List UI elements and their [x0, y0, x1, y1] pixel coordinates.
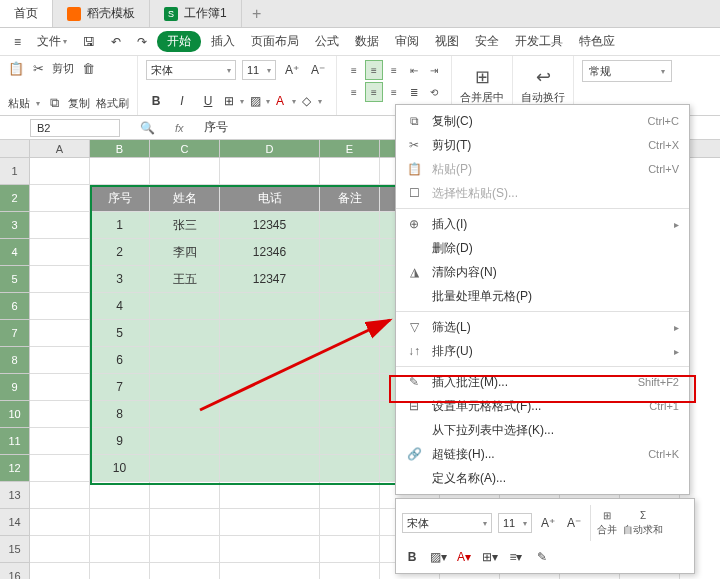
- cm-cut[interactable]: ✂剪切(T)Ctrl+X: [396, 133, 689, 157]
- cell[interactable]: [220, 374, 320, 401]
- mini-merge-button[interactable]: ⊞合并: [597, 510, 617, 537]
- menu-review[interactable]: 审阅: [389, 31, 425, 52]
- cell[interactable]: 2: [90, 239, 150, 266]
- cm-sort[interactable]: ↓↑排序(U)▸: [396, 339, 689, 363]
- mini-bold[interactable]: B: [402, 547, 422, 567]
- row-header[interactable]: 2: [0, 185, 30, 212]
- menu-devtools[interactable]: 开发工具: [509, 31, 569, 52]
- col-header-D[interactable]: D: [220, 140, 320, 157]
- cell[interactable]: [320, 455, 380, 482]
- format-painter-label[interactable]: 格式刷: [96, 96, 129, 111]
- cell[interactable]: [320, 266, 380, 293]
- cell[interactable]: 序号: [90, 185, 150, 212]
- cell[interactable]: 5: [90, 320, 150, 347]
- cell[interactable]: 8: [90, 401, 150, 428]
- cm-comment[interactable]: ✎插入批注(M)...Shift+F2: [396, 370, 689, 394]
- bold-button[interactable]: B: [146, 91, 166, 111]
- mini-increase-font[interactable]: A⁺: [538, 513, 558, 533]
- cell[interactable]: [150, 374, 220, 401]
- cell[interactable]: [320, 212, 380, 239]
- cell[interactable]: [30, 293, 90, 320]
- cell[interactable]: 6: [90, 347, 150, 374]
- menu-formula[interactable]: 公式: [309, 31, 345, 52]
- cell[interactable]: 备注: [320, 185, 380, 212]
- align-left[interactable]: ≡: [345, 82, 363, 102]
- cell[interactable]: [150, 320, 220, 347]
- col-header-E[interactable]: E: [320, 140, 380, 157]
- menu-undo[interactable]: ↶: [105, 33, 127, 51]
- orientation[interactable]: ⟲: [425, 82, 443, 102]
- cell[interactable]: [220, 347, 320, 374]
- cell[interactable]: [320, 401, 380, 428]
- increase-font-button[interactable]: A⁺: [282, 60, 302, 80]
- cm-batch[interactable]: 批量处理单元格(P): [396, 284, 689, 308]
- cell[interactable]: [30, 266, 90, 293]
- cell[interactable]: 3: [90, 266, 150, 293]
- border-button[interactable]: ⊞▾: [224, 91, 244, 111]
- cm-define-name[interactable]: 定义名称(A)...: [396, 466, 689, 490]
- row-header[interactable]: 7: [0, 320, 30, 347]
- mini-font-color[interactable]: A▾: [454, 547, 474, 567]
- cell[interactable]: [150, 293, 220, 320]
- cell[interactable]: [320, 293, 380, 320]
- fx-icon[interactable]: fx: [175, 122, 184, 134]
- menu-layout[interactable]: 页面布局: [245, 31, 305, 52]
- cell[interactable]: 12347: [220, 266, 320, 293]
- cell[interactable]: [320, 320, 380, 347]
- mini-fill-color[interactable]: ▨▾: [428, 547, 448, 567]
- menu-file[interactable]: 文件▾: [31, 31, 73, 52]
- tab-home[interactable]: 首页: [0, 0, 53, 27]
- cm-format-cells[interactable]: ⊟设置单元格格式(F)...Ctrl+1: [396, 394, 689, 418]
- mini-format-painter[interactable]: ✎: [532, 547, 552, 567]
- font-color-button[interactable]: A▾: [276, 91, 296, 111]
- mini-border[interactable]: ⊞▾: [480, 547, 500, 567]
- cell[interactable]: 12345: [220, 212, 320, 239]
- italic-button[interactable]: I: [172, 91, 192, 111]
- col-header-A[interactable]: A: [30, 140, 90, 157]
- mini-align[interactable]: ≡▾: [506, 547, 526, 567]
- menu-save[interactable]: 🖫: [77, 33, 101, 51]
- cell[interactable]: 王五: [150, 266, 220, 293]
- underline-button[interactable]: U: [198, 91, 218, 111]
- cm-delete[interactable]: 删除(D): [396, 236, 689, 260]
- align-middle[interactable]: ≡: [365, 60, 383, 80]
- align-justify[interactable]: ≣: [405, 82, 423, 102]
- cell[interactable]: 姓名: [150, 185, 220, 212]
- cm-filter[interactable]: ▽筛选(L)▸: [396, 315, 689, 339]
- indent-decrease[interactable]: ⇤: [405, 60, 423, 80]
- menu-security[interactable]: 安全: [469, 31, 505, 52]
- align-top[interactable]: ≡: [345, 60, 363, 80]
- cell[interactable]: [320, 374, 380, 401]
- cell[interactable]: [30, 239, 90, 266]
- cell[interactable]: [30, 401, 90, 428]
- menu-insert[interactable]: 插入: [205, 31, 241, 52]
- cell[interactable]: [30, 320, 90, 347]
- fill-color-button[interactable]: ▨▾: [250, 91, 270, 111]
- cell[interactable]: [30, 455, 90, 482]
- cell[interactable]: [320, 347, 380, 374]
- menu-redo[interactable]: ↷: [131, 33, 153, 51]
- row-header[interactable]: 3: [0, 212, 30, 239]
- cm-copy[interactable]: ⧉复制(C)Ctrl+C: [396, 109, 689, 133]
- tab-workbook1[interactable]: S工作簿1: [150, 0, 242, 27]
- row-header[interactable]: 12: [0, 455, 30, 482]
- cell[interactable]: [30, 428, 90, 455]
- cut-icon[interactable]: ✂: [30, 60, 46, 76]
- align-center[interactable]: ≡: [365, 82, 383, 102]
- row-header[interactable]: 6: [0, 293, 30, 320]
- indent-increase[interactable]: ⇥: [425, 60, 443, 80]
- menu-view[interactable]: 视图: [429, 31, 465, 52]
- cell[interactable]: [220, 320, 320, 347]
- cell[interactable]: 10: [90, 455, 150, 482]
- cell[interactable]: 9: [90, 428, 150, 455]
- row-header[interactable]: 11: [0, 428, 30, 455]
- paste-icon[interactable]: 📋: [8, 60, 24, 76]
- cell[interactable]: 电话: [220, 185, 320, 212]
- add-tab-button[interactable]: +: [242, 0, 272, 27]
- col-header-C[interactable]: C: [150, 140, 220, 157]
- tab-template[interactable]: 稻壳模板: [53, 0, 150, 27]
- cell[interactable]: [220, 428, 320, 455]
- cell[interactable]: [150, 428, 220, 455]
- font-size-dropdown[interactable]: 11▾: [242, 60, 276, 80]
- cell[interactable]: 李四: [150, 239, 220, 266]
